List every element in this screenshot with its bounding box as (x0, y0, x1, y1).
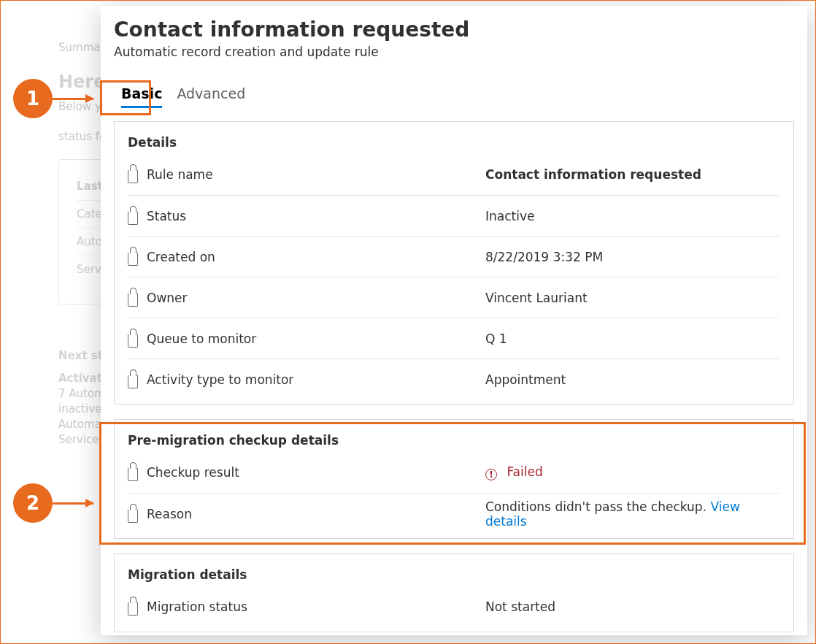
lock-icon (128, 294, 138, 307)
panel-title: Contact information requested (114, 18, 794, 42)
lock-icon (128, 334, 138, 348)
value-checkup-result: ! Failed (485, 464, 779, 480)
value-rule-name: Contact information requested (485, 167, 779, 182)
label-reason: Reason (147, 507, 192, 521)
lock-icon (128, 170, 138, 183)
value-queue: Q 1 (485, 331, 779, 346)
callout-arrow-2 (53, 502, 93, 505)
panel-tabs: Basic Advanced (114, 85, 794, 108)
lock-icon (128, 602, 138, 616)
value-activity-type: Appointment (485, 372, 779, 387)
tab-advanced[interactable]: Advanced (177, 85, 245, 108)
callout-circle-1: 1 (13, 79, 53, 118)
row-migration-status: Migration status Not started (128, 586, 779, 627)
value-status: Inactive (485, 209, 779, 223)
row-status: Status Inactive (128, 195, 779, 236)
premigration-heading: Pre-migration checkup details (128, 433, 779, 448)
row-queue: Queue to monitor Q 1 (128, 318, 779, 359)
row-created-on: Created on 8/22/2019 3:32 PM (128, 236, 779, 277)
value-owner: Vincent Lauriant (485, 291, 779, 305)
details-heading: Details (128, 135, 779, 150)
label-activity-type: Activity type to monitor (147, 372, 293, 387)
reason-text: Conditions didn't pass the checkup. (485, 499, 710, 514)
value-reason: Conditions didn't pass the checkup. View… (485, 499, 779, 529)
label-status: Status (147, 209, 186, 223)
side-panel: Contact information requested Automatic … (101, 6, 807, 635)
tab-basic[interactable]: Basic (121, 85, 162, 108)
row-activity-type: Activity type to monitor Appointment (128, 359, 779, 399)
lock-icon (128, 468, 138, 481)
migration-section: Migration details Migration status Not s… (114, 553, 794, 632)
label-created-on: Created on (147, 250, 215, 264)
row-owner: Owner Vincent Lauriant (128, 277, 779, 318)
callout-circle-2: 2 (13, 483, 53, 523)
label-owner: Owner (147, 291, 188, 305)
label-rule-name: Rule name (147, 167, 213, 182)
panel-subtitle: Automatic record creation and update rul… (114, 45, 794, 59)
label-migration-status: Migration status (147, 599, 247, 614)
label-queue: Queue to monitor (147, 331, 256, 346)
lock-icon (128, 212, 138, 225)
row-checkup-result: Checkup result ! Failed (128, 452, 779, 493)
value-migration-status: Not started (485, 599, 779, 614)
lock-icon (128, 375, 138, 388)
error-icon: ! (485, 469, 497, 480)
checkup-result-text: Failed (507, 464, 542, 479)
label-checkup-result: Checkup result (147, 465, 239, 480)
row-reason: Reason Conditions didn't pass the checku… (128, 493, 779, 534)
lock-icon (128, 510, 138, 523)
details-section: Details Rule name Contact information re… (114, 121, 794, 405)
callout-arrow-1 (53, 98, 93, 100)
row-rule-name: Rule name Contact information requested (128, 154, 779, 195)
value-created-on: 8/22/2019 3:32 PM (485, 250, 779, 264)
migration-heading: Migration details (128, 567, 779, 582)
lock-icon (128, 253, 138, 266)
premigration-section: Pre-migration checkup details Checkup re… (114, 419, 794, 539)
